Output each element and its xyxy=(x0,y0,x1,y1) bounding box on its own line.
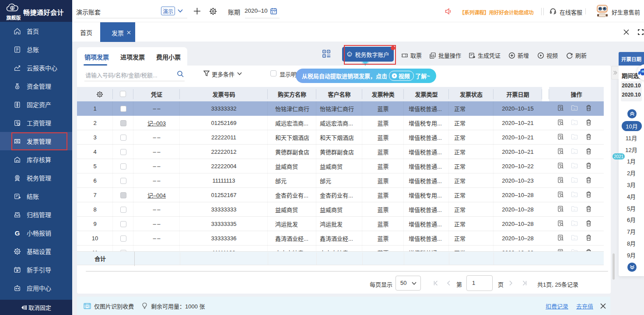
svg-text:G: G xyxy=(15,229,20,236)
